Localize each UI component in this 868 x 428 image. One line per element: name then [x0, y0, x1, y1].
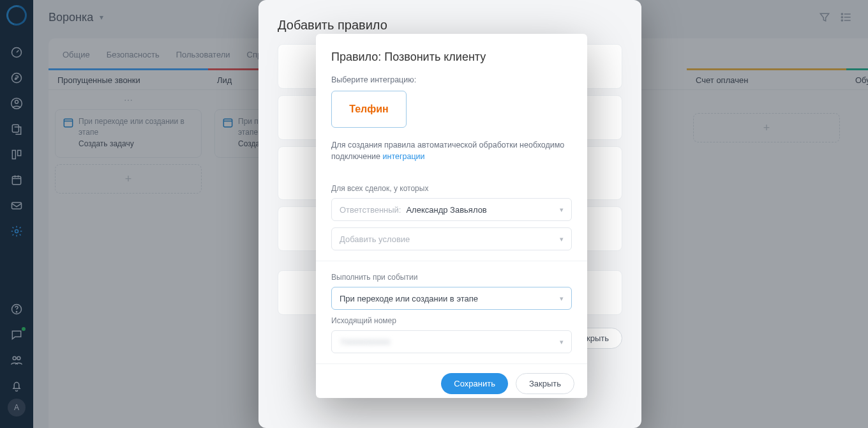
chevron-down-icon: ▾: [560, 338, 564, 346]
condition-value: Александр Завьялов: [406, 205, 486, 215]
condition-field-label: Ответственный:: [340, 205, 401, 215]
save-button[interactable]: Сохранить: [441, 373, 508, 394]
condition-owner-select[interactable]: Ответственный: Александр Завьялов ▾: [331, 198, 572, 221]
integration-name: Телфин: [349, 103, 389, 115]
event-select[interactable]: При переходе или создании в этапе ▾: [331, 287, 572, 310]
conditions-label: Для всех сделок, у которых: [331, 184, 572, 193]
chevron-down-icon: ▾: [560, 294, 564, 303]
choose-integration-label: Выберите интеграцию:: [331, 75, 572, 84]
event-value: При переходе или создании в этапе: [340, 294, 478, 303]
rule-config-modal: Правило: Позвонить клиенту Выберите инте…: [316, 34, 587, 398]
event-label: Выполнить при событии: [331, 273, 572, 282]
integration-link[interactable]: интеграции: [383, 152, 425, 161]
outgoing-label: Исходящий номер: [331, 316, 572, 325]
modal-title: Добавить правило: [278, 18, 622, 33]
integration-hint: Для создания правила автоматической обра…: [331, 139, 572, 162]
add-condition-placeholder: Добавить условие: [340, 234, 410, 244]
outgoing-number-select[interactable]: 70000000000 ▾: [331, 330, 572, 353]
integration-telfin[interactable]: Телфин: [331, 91, 407, 128]
inner-modal-title: Правило: Позвонить клиенту: [331, 50, 572, 64]
outgoing-value: 70000000000: [340, 337, 391, 347]
add-condition-select[interactable]: Добавить условие ▾: [331, 227, 572, 250]
chevron-down-icon: ▾: [560, 235, 564, 243]
inner-close-button[interactable]: Закрыть: [516, 373, 574, 394]
chevron-down-icon: ▾: [560, 206, 564, 214]
